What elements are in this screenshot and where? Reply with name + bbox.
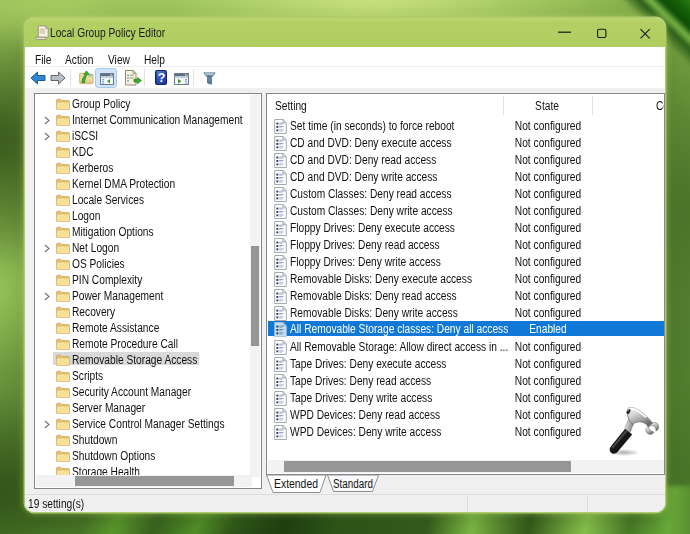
svg-text:Extended: Extended	[274, 477, 318, 491]
svg-text:Standard: Standard	[333, 477, 373, 491]
svg-text:?: ?	[158, 71, 166, 85]
